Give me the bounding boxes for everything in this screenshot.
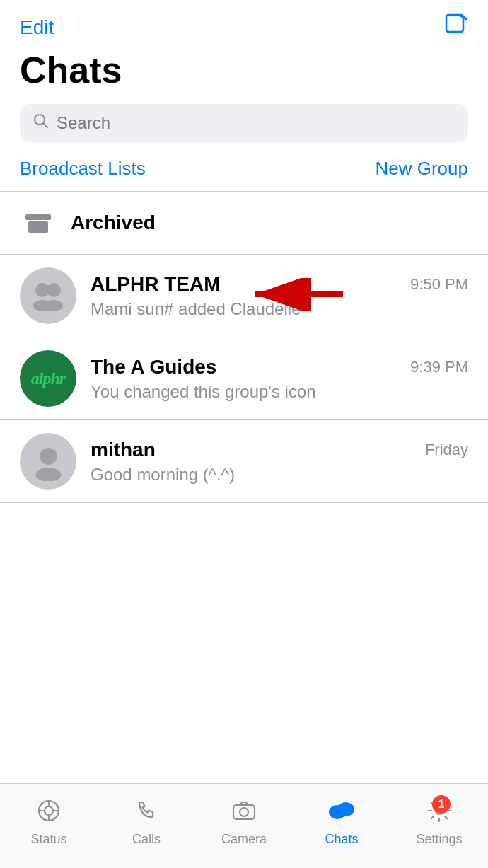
svg-point-26 [330,806,345,818]
chat-content: mithan Friday Good morning (^.^) [91,439,468,485]
list-item[interactable]: ALPHR TEAM 9:50 PM Mami sun# added Claud… [0,255,488,337]
camera-icon [231,798,257,829]
svg-rect-5 [25,214,51,220]
avatar [20,267,76,324]
edit-button[interactable]: Edit [20,16,54,39]
chat-time: 9:50 PM [410,275,468,294]
tab-chats[interactable]: Chats [313,798,370,847]
tab-bar: Status Calls Camera Cha [0,783,488,868]
compose-icon[interactable] [444,13,468,42]
tab-calls-label: Calls [132,832,161,847]
chats-icon [327,798,356,829]
archived-row[interactable]: Archived [0,192,488,255]
svg-point-17 [45,806,53,815]
chat-preview: You changed this group's icon [91,382,468,402]
header: Edit Chats [0,0,488,142]
tab-chats-label: Chats [325,832,358,847]
chat-content: ALPHR TEAM 9:50 PM Mami sun# added Claud… [91,273,468,319]
chat-list: Archived ALPHR TEAM 9:50 PM Mami sun# ad… [0,192,488,503]
new-group-button[interactable]: New Group [376,158,469,180]
chat-time: Friday [425,441,468,459]
svg-point-23 [240,808,248,816]
action-row: Broadcast Lists New Group [0,158,488,192]
search-icon [33,112,50,134]
list-item[interactable]: alphr The A Guides 9:39 PM You changed t… [0,337,488,420]
svg-point-14 [40,448,57,465]
status-icon [36,798,62,829]
avatar: alphr [20,350,76,407]
chat-content: The A Guides 9:39 PM You changed this gr… [91,356,468,402]
svg-rect-0 [446,15,463,32]
archived-label: Archived [71,212,156,234]
chat-name: ALPHR TEAM [91,273,221,296]
page-title: Chats [20,49,468,91]
broadcast-lists-button[interactable]: Broadcast Lists [20,158,146,180]
tab-settings[interactable]: 1 Settings [411,798,467,847]
chat-preview: Mami sun# added Claudelle [91,299,468,319]
settings-icon: 1 [426,798,452,829]
tab-camera[interactable]: Camera [216,798,272,847]
svg-rect-7 [34,224,42,226]
avatar-text: alphr [31,369,65,388]
tab-status-label: Status [30,832,66,847]
svg-rect-6 [28,221,48,233]
tab-status[interactable]: Status [21,798,77,847]
svg-point-9 [47,283,61,297]
tab-camera-label: Camera [221,832,267,847]
chat-preview: Good morning (^.^) [91,465,468,485]
search-input[interactable] [57,113,455,133]
search-bar[interactable] [20,104,468,142]
svg-line-4 [44,124,48,128]
archive-icon [20,204,57,241]
svg-point-11 [45,300,63,311]
svg-point-15 [35,468,61,481]
avatar [20,433,76,490]
chat-name: The A Guides [91,356,216,378]
chat-name: mithan [91,439,156,461]
chat-time: 9:39 PM [410,358,468,376]
calls-icon [134,798,159,829]
tab-calls[interactable]: Calls [118,798,175,847]
tab-settings-label: Settings [416,832,462,847]
list-item[interactable]: mithan Friday Good morning (^.^) [0,420,488,503]
settings-badge: 1 [432,795,451,814]
